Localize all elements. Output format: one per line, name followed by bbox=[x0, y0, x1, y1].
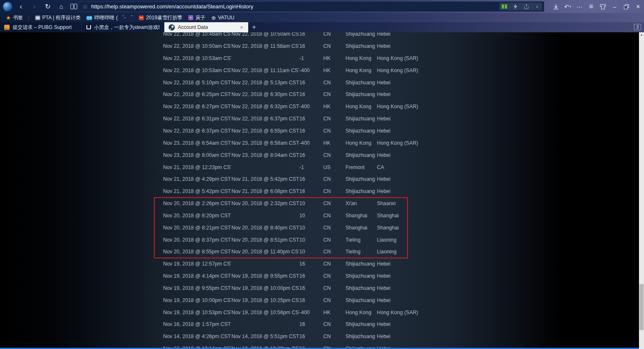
cell-logout-time: Nov 22, 2018 @ 5:13pm CST bbox=[231, 80, 299, 86]
cell-country: HK bbox=[323, 68, 345, 73]
cell-region: Shaanxi bbox=[377, 201, 639, 206]
cell-country: HK bbox=[323, 55, 345, 61]
cell-country: CN bbox=[323, 176, 345, 182]
restore-button[interactable] bbox=[621, 1, 632, 12]
cell-logout-time: Nov 21, 2018 @ 6:08pm CST bbox=[231, 188, 299, 194]
address-bar[interactable]: ☆ https://help.steampowered.com/en/accou… bbox=[78, 1, 544, 12]
cell-country: CN bbox=[323, 43, 345, 49]
tab-account-data[interactable]: Account Data × bbox=[164, 22, 248, 32]
cell-city: Shijiazhuang bbox=[345, 273, 377, 279]
bookmark-item-blizzard-sale[interactable]: 2019暴雪打折季 bbox=[139, 14, 182, 21]
more-options-icon[interactable]: ⋯ bbox=[574, 1, 585, 12]
cell-login-time: Nov 19, 2018 @ 10:53pm CST bbox=[163, 310, 231, 315]
table-row: Nov 14, 2018 @ 4:26pm CST Nov 14, 2018 @… bbox=[163, 331, 639, 343]
download-icon[interactable] bbox=[550, 1, 562, 12]
table-row: Nov 20, 2018 @ 8:20pm CST 10 CN Shanghai… bbox=[163, 209, 639, 221]
cell-country: CN bbox=[323, 213, 345, 219]
minimize-button[interactable]: – bbox=[609, 1, 621, 12]
lightning-glyph bbox=[514, 4, 517, 10]
skin-icon[interactable] bbox=[597, 1, 609, 12]
cell-os-code: -1 bbox=[299, 55, 323, 61]
cell-city: Shijiazhuang bbox=[345, 80, 377, 86]
table-row: Nov 19, 2018 @ 12:57pm CST 16 CN Shijiaz… bbox=[163, 258, 639, 270]
cell-country: HK bbox=[323, 140, 345, 146]
cell-region: Liaoning bbox=[377, 237, 639, 243]
bookmark-item-vatuu[interactable]: ⊕ VATUU bbox=[211, 15, 234, 21]
heybox-favicon bbox=[86, 25, 91, 29]
tab-title: 提交请求 – PUBG Support bbox=[13, 24, 78, 31]
reader-mode-icon[interactable] bbox=[501, 3, 508, 10]
share-icon[interactable] bbox=[523, 3, 530, 10]
cell-region: Hebei bbox=[377, 188, 639, 194]
favorite-star-icon[interactable]: ☆ bbox=[83, 3, 88, 10]
cell-region: Hebei bbox=[377, 261, 639, 267]
browser-logo-icon[interactable] bbox=[3, 2, 12, 11]
new-tab-button[interactable]: + bbox=[248, 22, 260, 32]
cell-country: CN bbox=[323, 297, 345, 303]
bookmark-label: 书签 bbox=[13, 14, 23, 21]
bookmark-item-bilibili[interactable]: 哔哩哔哩 ( ゜- ゜)つ bbox=[86, 14, 133, 21]
tab-count-badge[interactable]: 3 bbox=[634, 24, 641, 30]
cell-login-time: Nov 21, 2018 @ 4:29pm CST bbox=[163, 176, 231, 182]
refresh-icon[interactable]: ↻ bbox=[42, 2, 53, 12]
cell-region: Hebei bbox=[377, 91, 639, 97]
cell-login-time: Nov 22, 2018 @ 6:37pm CST bbox=[163, 128, 231, 134]
sniffer-lightning-icon[interactable] bbox=[512, 3, 519, 10]
cell-city: Shijiazhuang bbox=[345, 333, 377, 339]
undo-closed-tabs-icon[interactable]: ↶ ▾ bbox=[562, 1, 574, 12]
table-row: Nov 22, 2018 @ 6:27pm CST Nov 22, 2018 @… bbox=[163, 101, 639, 113]
tab-pubg-support[interactable]: 提交请求 – PUBG Support bbox=[0, 22, 82, 32]
cell-region: Hebei bbox=[377, 43, 639, 49]
scrollbar-thumb[interactable] bbox=[639, 284, 644, 330]
tab-heybox[interactable]: 小黑盒，一款专为steam游戏玩家服务 bbox=[82, 22, 164, 32]
cell-os-code: 10 bbox=[299, 249, 323, 255]
cell-region: Hebei bbox=[377, 176, 639, 182]
cell-region: Hong Kong (SAR) bbox=[377, 140, 639, 146]
cell-logout-time: Nov 22, 2018 @ 6:32pm CST bbox=[231, 104, 299, 109]
cell-os-code: 16 bbox=[299, 188, 323, 194]
bookmark-label: VATUU bbox=[218, 15, 234, 21]
cell-country: CN bbox=[323, 333, 345, 339]
cell-country: CN bbox=[323, 80, 345, 86]
cell-login-time: Nov 22, 2018 @ 6:31pm CST bbox=[163, 116, 231, 122]
cell-os-code: 16 bbox=[299, 80, 323, 86]
tab-close-icon[interactable]: × bbox=[239, 24, 244, 31]
close-button[interactable]: × bbox=[632, 1, 644, 12]
table-row: Nov 19, 2018 @ 9:55pm CST Nov 19, 2018 @… bbox=[163, 282, 639, 294]
bookmark-item-yinzi[interactable]: 寅子 bbox=[188, 14, 205, 21]
cell-os-code: 16 bbox=[299, 116, 323, 122]
back-icon[interactable]: ‹ bbox=[16, 2, 26, 12]
cell-logout-time: Nov 22, 2018 @ 11:11am CST bbox=[231, 68, 299, 73]
vertical-scrollbar[interactable]: ▲ bbox=[639, 32, 644, 349]
cell-region: Hong Kong (SAR) bbox=[377, 310, 639, 315]
red-envelope-icon bbox=[139, 16, 144, 20]
cell-country: HK bbox=[323, 104, 345, 109]
tab-bar: 提交请求 – PUBG Support 小黑盒，一款专为steam游戏玩家服务 … bbox=[0, 22, 644, 32]
cell-city: Shijiazhuang bbox=[345, 188, 377, 194]
url-text[interactable]: https://help.steampowered.com/en/account… bbox=[91, 3, 254, 10]
forward-icon[interactable]: › bbox=[29, 2, 40, 12]
tab-title: 小黑盒，一款专为steam游戏玩家服务 bbox=[94, 24, 160, 31]
cell-city: Shijiazhuang bbox=[345, 152, 377, 158]
main-menu-icon[interactable]: ≡ bbox=[585, 1, 597, 12]
cell-logout-time: Nov 22, 2018 @ 6:55pm CST bbox=[231, 128, 299, 134]
cell-login-time: Nov 22, 2018 @ 5:10pm CST bbox=[163, 80, 231, 86]
table-row: Nov 22, 2018 @ 10:50am CST Nov 22, 2018 … bbox=[163, 40, 639, 52]
cell-os-code: 16 bbox=[299, 273, 323, 279]
home-icon[interactable]: ⌂ bbox=[56, 2, 67, 12]
browser-toolbar: ‹ › ↻ ⌂ ☆ https://help.steampowered.com/… bbox=[0, 0, 644, 13]
tab-title: Account Data bbox=[178, 24, 236, 30]
cell-country: CN bbox=[323, 128, 345, 134]
cell-city: Hong Kong bbox=[345, 310, 377, 315]
cell-country: HK bbox=[323, 310, 345, 315]
table-row: Nov 19, 2018 @ 10:00pm CST Nov 19, 2018 … bbox=[163, 294, 639, 306]
cell-logout-time: Nov 23, 2018 @ 8:04am CST bbox=[231, 152, 299, 158]
bookmark-item-shuqian[interactable]: ★ 书签 bbox=[6, 14, 23, 21]
scrollbar-up-arrow-icon[interactable]: ▲ bbox=[639, 33, 644, 36]
cell-city: Shijiazhuang bbox=[345, 128, 377, 134]
chevron-down-icon[interactable]: ∨ bbox=[534, 3, 540, 10]
cell-login-time: Nov 22, 2018 @ 10:50am CST bbox=[163, 43, 231, 49]
yinzi-icon bbox=[188, 15, 193, 20]
cell-logout-time: Nov 20, 2018 @ 2:32pm CST bbox=[231, 201, 299, 206]
bookmark-item-pta[interactable]: PTA | 程序设计类 bbox=[35, 14, 81, 21]
